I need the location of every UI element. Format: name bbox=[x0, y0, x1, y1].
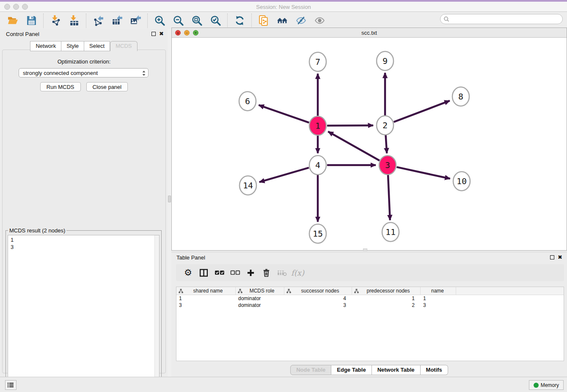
graph-node-7[interactable]: 7 bbox=[309, 52, 326, 72]
graph-edge-1-6[interactable] bbox=[259, 105, 309, 123]
export-table-button[interactable] bbox=[107, 13, 126, 28]
column-header-predecessor-nodes[interactable]: predecessor nodes bbox=[352, 287, 421, 295]
network-graph[interactable]: 7968124314101511 bbox=[172, 38, 567, 250]
graph-node-3[interactable]: 3 bbox=[379, 156, 396, 175]
graph-edge-1-2[interactable] bbox=[327, 125, 373, 126]
table-cell[interactable]: 1 bbox=[421, 295, 456, 302]
first-neighbors-button[interactable] bbox=[273, 13, 292, 28]
control-panel-title: Control Panel bbox=[6, 31, 39, 37]
memory-button[interactable]: Memory bbox=[529, 380, 564, 390]
splitter-grip[interactable] bbox=[168, 196, 171, 202]
table-float-panel-icon[interactable] bbox=[550, 255, 554, 259]
table-cell[interactable]: 3 bbox=[176, 302, 236, 309]
refresh-layout-button[interactable] bbox=[230, 13, 249, 28]
open-file-button[interactable] bbox=[3, 13, 22, 28]
panel-splitter[interactable] bbox=[168, 29, 171, 377]
export-network-button[interactable] bbox=[89, 13, 107, 28]
zoom-in-button[interactable] bbox=[150, 13, 169, 28]
table-cell[interactable]: 3 bbox=[284, 302, 352, 309]
table-cell[interactable]: 2 bbox=[352, 302, 421, 309]
graph-edge-4-14[interactable] bbox=[259, 168, 309, 182]
graph-edge-3-11[interactable] bbox=[388, 174, 390, 220]
create-column-button[interactable] bbox=[243, 265, 259, 280]
float-panel-icon[interactable] bbox=[151, 32, 156, 36]
table-delete-icon bbox=[277, 269, 287, 276]
mcds-result-lines: 1 3 bbox=[11, 237, 14, 250]
export-image-button[interactable] bbox=[126, 13, 145, 28]
import-network-icon bbox=[50, 15, 61, 26]
network-title: scc.txt bbox=[172, 30, 567, 36]
import-network-button[interactable] bbox=[46, 13, 65, 28]
graph-node-9[interactable]: 9 bbox=[377, 52, 394, 71]
network-resize-grip[interactable] bbox=[363, 248, 367, 251]
graph-node-2[interactable]: 2 bbox=[377, 116, 394, 135]
column-header-shared-name[interactable]: shared name bbox=[176, 287, 236, 295]
tab-select[interactable]: Select bbox=[84, 41, 110, 51]
show-columns-button[interactable] bbox=[196, 265, 212, 280]
graph-node-8[interactable]: 8 bbox=[452, 87, 469, 106]
table-cell[interactable]: 3 bbox=[421, 302, 456, 309]
tab-network-table[interactable]: Network Table bbox=[372, 365, 421, 375]
duplicate-network-button[interactable] bbox=[254, 13, 273, 28]
mcds-result-text[interactable]: 1 3 bbox=[8, 235, 160, 390]
show-graphics-details-button[interactable] bbox=[310, 13, 329, 28]
tab-network[interactable]: Network bbox=[30, 41, 61, 51]
tab-node-table[interactable]: Node Table bbox=[290, 365, 331, 375]
graph-node-6[interactable]: 6 bbox=[239, 92, 256, 111]
table-settings-button[interactable]: ⚙ bbox=[180, 265, 196, 280]
column-header-successor-nodes[interactable]: successor nodes bbox=[284, 287, 352, 295]
graph-node-10[interactable]: 10 bbox=[453, 172, 470, 191]
zoom-in-icon bbox=[154, 15, 165, 26]
table-row[interactable]: 3dominator323 bbox=[176, 302, 564, 309]
table-cell[interactable]: 1 bbox=[352, 295, 421, 302]
refresh-icon bbox=[234, 15, 245, 26]
show-log-button[interactable] bbox=[5, 380, 17, 390]
graph-edge-3-10[interactable] bbox=[396, 167, 450, 179]
delete-column-button[interactable] bbox=[259, 265, 274, 280]
save-session-button[interactable] bbox=[22, 13, 41, 28]
toolbar-separator bbox=[227, 14, 228, 28]
select-all-columns-button[interactable] bbox=[212, 265, 227, 280]
graph-node-4[interactable]: 4 bbox=[309, 156, 326, 175]
search-input[interactable] bbox=[450, 16, 562, 22]
graph-node-15[interactable]: 15 bbox=[309, 224, 326, 243]
table-cell[interactable]: 1 bbox=[176, 295, 236, 302]
table-cell[interactable]: 4 bbox=[284, 295, 352, 302]
table-cell[interactable]: dominator bbox=[236, 295, 284, 302]
mcds-result-title: MCDS result (2 nodes) bbox=[8, 227, 66, 234]
tab-style[interactable]: Style bbox=[61, 41, 84, 51]
tab-edge-table[interactable]: Edge Table bbox=[331, 365, 372, 375]
graph-edge-2-8[interactable] bbox=[394, 101, 450, 122]
graph-edge-3-1[interactable] bbox=[328, 132, 379, 160]
memory-status-icon bbox=[534, 383, 539, 388]
table-close-panel-icon[interactable]: ✖ bbox=[558, 254, 562, 260]
criterion-select[interactable]: strongly connected component bbox=[19, 68, 149, 77]
homes-icon bbox=[277, 15, 288, 26]
deselect-all-columns-button[interactable] bbox=[227, 265, 243, 280]
graph-edge-2-3[interactable] bbox=[385, 135, 387, 153]
hide-graphics-details-button[interactable] bbox=[292, 13, 310, 28]
graph-node-11[interactable]: 11 bbox=[382, 223, 399, 242]
tab-motifs[interactable]: Motifs bbox=[421, 365, 448, 375]
zoom-fit-button[interactable] bbox=[187, 13, 206, 28]
zoom-out-icon bbox=[173, 15, 184, 26]
uncheck-pair-icon bbox=[230, 270, 240, 276]
save-icon bbox=[26, 15, 37, 26]
tree-icon bbox=[354, 289, 360, 293]
column-header-name[interactable]: name bbox=[421, 287, 456, 295]
close-panel-icon[interactable]: ✖ bbox=[159, 30, 164, 37]
zoom-out-button[interactable] bbox=[169, 13, 187, 28]
run-mcds-button[interactable]: Run MCDS bbox=[40, 82, 81, 91]
import-table-button[interactable] bbox=[65, 13, 83, 28]
search-field[interactable] bbox=[440, 14, 563, 24]
zoom-selected-button[interactable] bbox=[206, 13, 225, 28]
close-panel-button[interactable]: Close panel bbox=[86, 82, 128, 91]
table-row[interactable]: 1dominator411 bbox=[176, 295, 564, 302]
graph-node-14[interactable]: 14 bbox=[239, 176, 256, 195]
graph-node-1[interactable]: 1 bbox=[309, 116, 326, 135]
network-titlebar[interactable]: x − + scc.txt bbox=[172, 28, 567, 38]
column-header-MCDS-role[interactable]: MCDS role bbox=[236, 287, 284, 295]
table-cell[interactable]: dominator bbox=[236, 302, 284, 309]
mcds-result-scrollbar[interactable] bbox=[154, 235, 159, 389]
tab-mcds[interactable]: MCDS bbox=[110, 41, 137, 51]
